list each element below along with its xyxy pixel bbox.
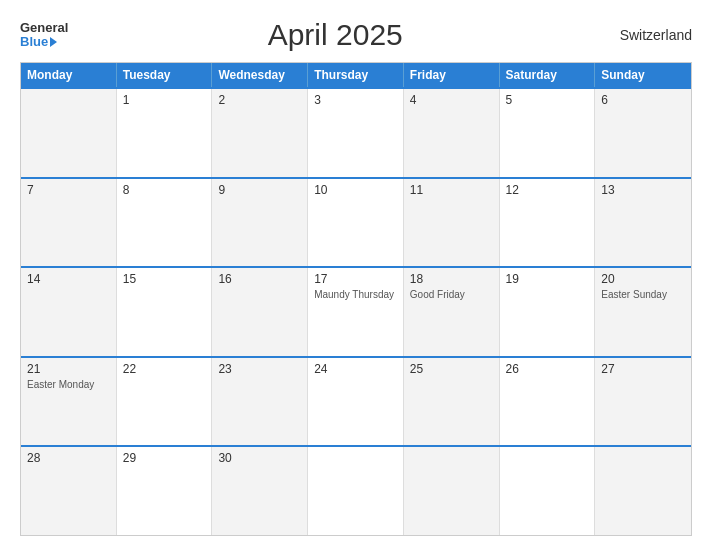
holiday-easter-sunday: Easter Sunday: [601, 288, 685, 301]
col-wednesday: Wednesday: [212, 63, 308, 87]
cell-w3-sun: 20 Easter Sunday: [595, 268, 691, 356]
cell-w2-sat: 12: [500, 179, 596, 267]
cell-w4-mon: 21 Easter Monday: [21, 358, 117, 446]
cell-w5-mon: 28: [21, 447, 117, 535]
page-title: April 2025: [68, 18, 602, 52]
cell-w4-sun: 27: [595, 358, 691, 446]
cell-w1-thu: 3: [308, 89, 404, 177]
cell-w2-tue: 8: [117, 179, 213, 267]
calendar-header: Monday Tuesday Wednesday Thursday Friday…: [21, 63, 691, 87]
logo-triangle-icon: [50, 37, 57, 47]
week-5: 28 29 30: [21, 445, 691, 535]
cell-w1-sat: 5: [500, 89, 596, 177]
cell-w1-mon: [21, 89, 117, 177]
cell-w3-fri: 18 Good Friday: [404, 268, 500, 356]
cell-w2-mon: 7: [21, 179, 117, 267]
cell-w5-wed: 30: [212, 447, 308, 535]
country-label: Switzerland: [602, 27, 692, 43]
cell-w4-tue: 22: [117, 358, 213, 446]
cell-w5-sun: [595, 447, 691, 535]
week-3: 14 15 16 17 Maundy Thursday 18 Good Frid…: [21, 266, 691, 356]
cell-w3-mon: 14: [21, 268, 117, 356]
cell-w4-thu: 24: [308, 358, 404, 446]
cell-w2-thu: 10: [308, 179, 404, 267]
col-monday: Monday: [21, 63, 117, 87]
calendar-body: 1 2 3 4 5 6 7 8 9 10 11 12 13 14 15 16: [21, 87, 691, 535]
cell-w3-sat: 19: [500, 268, 596, 356]
page-header: General Blue April 2025 Switzerland: [20, 18, 692, 52]
calendar-page: General Blue April 2025 Switzerland Mond…: [0, 0, 712, 550]
cell-w2-wed: 9: [212, 179, 308, 267]
cell-w2-sun: 13: [595, 179, 691, 267]
logo-general-text: General: [20, 21, 68, 35]
week-2: 7 8 9 10 11 12 13: [21, 177, 691, 267]
cell-w5-fri: [404, 447, 500, 535]
holiday-easter-monday: Easter Monday: [27, 378, 110, 391]
cell-w1-tue: 1: [117, 89, 213, 177]
cell-w4-fri: 25: [404, 358, 500, 446]
col-tuesday: Tuesday: [117, 63, 213, 87]
cell-w4-wed: 23: [212, 358, 308, 446]
cell-w5-tue: 29: [117, 447, 213, 535]
cell-w5-sat: [500, 447, 596, 535]
col-saturday: Saturday: [500, 63, 596, 87]
cell-w4-sat: 26: [500, 358, 596, 446]
col-friday: Friday: [404, 63, 500, 87]
logo: General Blue: [20, 21, 68, 50]
cell-w3-tue: 15: [117, 268, 213, 356]
calendar-grid: Monday Tuesday Wednesday Thursday Friday…: [20, 62, 692, 536]
cell-w3-wed: 16: [212, 268, 308, 356]
col-thursday: Thursday: [308, 63, 404, 87]
holiday-maundy-thursday: Maundy Thursday: [314, 288, 397, 301]
cell-w1-fri: 4: [404, 89, 500, 177]
holiday-good-friday: Good Friday: [410, 288, 493, 301]
cell-w1-sun: 6: [595, 89, 691, 177]
col-sunday: Sunday: [595, 63, 691, 87]
logo-blue-text: Blue: [20, 35, 68, 49]
cell-w5-thu: [308, 447, 404, 535]
week-1: 1 2 3 4 5 6: [21, 87, 691, 177]
cell-w1-wed: 2: [212, 89, 308, 177]
cell-w3-thu: 17 Maundy Thursday: [308, 268, 404, 356]
cell-w2-fri: 11: [404, 179, 500, 267]
week-4: 21 Easter Monday 22 23 24 25 26 27: [21, 356, 691, 446]
